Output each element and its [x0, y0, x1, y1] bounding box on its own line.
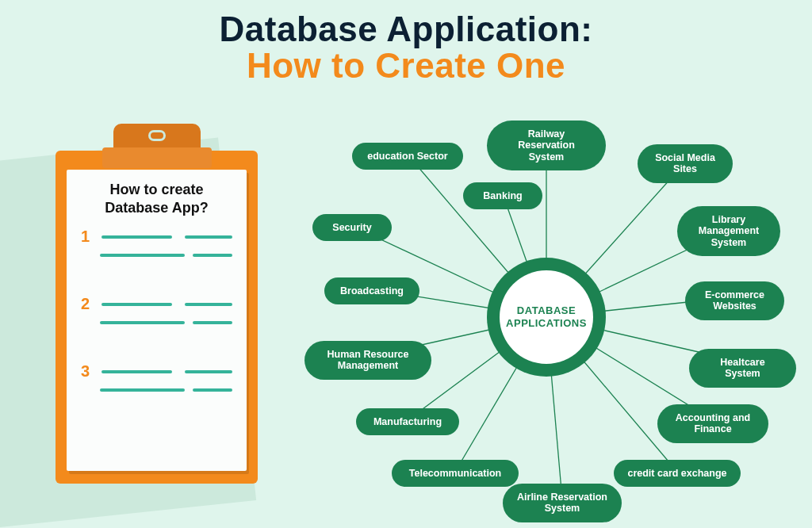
mindmap-node: Social Media Sites: [638, 144, 733, 183]
mindmap-node: Healtcare System: [689, 349, 796, 388]
step-placeholder-line: [193, 321, 232, 324]
step-placeholder-line: [185, 370, 232, 373]
step-number: 3: [81, 362, 94, 381]
mindmap-node: Railway Reservation System: [487, 121, 606, 170]
mindmap-node: Airline Reservation System: [503, 484, 622, 522]
hub-text-1: DATABASE: [517, 304, 576, 317]
mindmap-node: Banking: [463, 182, 542, 209]
mindmap-hub-label: DATABASE APPLICATIONS: [500, 270, 593, 364]
mindmap-node: Manufacturing: [356, 408, 459, 435]
mindmap-node: Broadcasting: [324, 277, 419, 304]
step-2: 2: [81, 295, 232, 324]
mindmap-node: Library Management System: [677, 206, 780, 256]
page-title: Database Application: How to Create One: [0, 0, 812, 84]
step-placeholder-line: [102, 303, 172, 306]
clipboard-paper: How to create Database App? 1 2: [67, 170, 247, 471]
clipboard-heading: How to create Database App?: [81, 181, 232, 216]
mindmap-node: Telecommunication: [392, 460, 519, 487]
step-3: 3: [81, 362, 232, 392]
step-placeholder-line: [100, 388, 185, 392]
step-placeholder-line: [100, 254, 185, 257]
mindmap: DATABASE APPLICATIONS education Sector R…: [297, 111, 796, 523]
step-placeholder-line: [185, 303, 232, 306]
mindmap-node: E-commerce Websites: [685, 281, 784, 320]
title-line-1: Database Application:: [0, 11, 812, 48]
mindmap-hub: DATABASE APPLICATIONS: [487, 258, 606, 377]
mindmap-node: Security: [312, 214, 392, 241]
mindmap-node: Human Resource Management: [304, 341, 431, 380]
title-line-2: How to Create One: [0, 48, 812, 84]
step-placeholder-line: [100, 321, 185, 324]
clipboard-clip: [113, 124, 201, 168]
step-placeholder-line: [193, 254, 232, 257]
step-placeholder-line: [102, 370, 172, 373]
step-number: 1: [81, 228, 94, 246]
mindmap-node: Accounting and Finance: [657, 404, 768, 443]
step-number: 2: [81, 295, 94, 313]
clip-hole: [148, 130, 166, 141]
step-1: 1: [81, 228, 232, 257]
step-placeholder-line: [185, 235, 232, 239]
clipboard: How to create Database App? 1 2: [56, 151, 258, 484]
mindmap-node: education Sector: [352, 143, 463, 170]
step-placeholder-line: [102, 235, 172, 239]
hub-text-2: APPLICATIONS: [506, 317, 587, 330]
step-placeholder-line: [193, 388, 232, 392]
mindmap-node: credit card exchange: [614, 460, 741, 487]
clip-bar: [102, 147, 212, 168]
